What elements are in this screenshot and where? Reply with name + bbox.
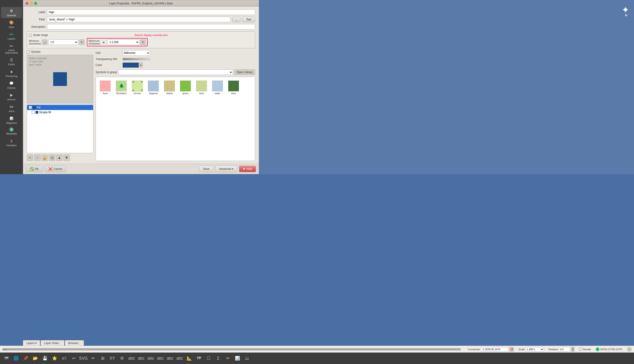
sidebar-item-labels-deprecated[interactable]: abc Labels(deprecated) [1,42,22,56]
sidebar-item-variables[interactable]: χ Variables [1,137,22,148]
sidebar-item-actions[interactable]: ▶ Actions [1,91,22,102]
layer-order-tab[interactable]: Layer Order... [40,340,64,346]
symbol-checkbox[interactable] [27,50,30,54]
color-dropdown-button[interactable]: ▾ [139,62,143,68]
toolbar-label5-btn[interactable]: abc [166,354,174,362]
toolbar-select-btn[interactable]: ⊞ [98,354,107,362]
scale-select[interactable]: 1,000:1 [526,347,544,352]
toolbar-vector-btn[interactable]: ✏ [89,354,97,362]
sidebar-item-joins[interactable]: ⋈ Joins [1,103,22,114]
duplicate-layer-button[interactable]: ⊡ [49,154,55,161]
sidebar-item-general[interactable]: ⚙ General [1,7,22,18]
transparency-slider[interactable] [123,58,150,60]
toolbar-svg-btn[interactable]: SVG [79,354,88,362]
more-options-button[interactable]: ⋯ [627,347,632,352]
toolbar-chart-btn[interactable]: 📊 [233,354,242,362]
sidebar-item-display[interactable]: 💬 Display [1,79,22,90]
layers-tab[interactable]: Layers ▾ [23,340,40,346]
current-scale-min-btn[interactable]: ↖ [79,40,84,45]
layer-tree-fill-item[interactable]: Fill [27,105,93,110]
maximum-scale-select[interactable]: 1:1,000 [107,40,139,45]
toolbar-star-btn[interactable]: ⭐ [50,354,59,362]
color-swatch[interactable] [123,62,139,68]
add-layer-button[interactable]: + [27,154,33,161]
save-button[interactable]: Save [199,166,213,172]
toolbar-arrow-btn[interactable]: ↩ [70,354,78,362]
symbol-dotted[interactable]: dotted [161,78,178,97]
toolbar-pin-btn[interactable]: 📌 [22,354,30,362]
toolbar-label4-btn[interactable]: abc [156,354,164,362]
sidebar-item-style[interactable]: 🎨 Style [1,18,22,30]
toolbar-xy-btn[interactable]: XY [108,354,116,362]
layer-tree-simple-fill-item[interactable]: Simple fill [27,110,93,114]
symbol-water[interactable]: water [210,78,226,97]
toolbar-select2-btn[interactable]: ☐ [204,354,213,362]
scale-range-checkbox[interactable] [29,34,32,37]
toolbar-label-btn[interactable]: abc [128,354,136,362]
sidebar-item-diagrams[interactable]: 📊 Diagrams [1,114,22,126]
toolbar-tag-btn[interactable]: 🏷 [60,354,68,362]
rotation-up-btn[interactable]: ▲ [571,347,574,349]
rotation-input[interactable] [559,347,570,352]
help-button[interactable]: ✚ Help [239,166,256,172]
test-button[interactable]: Test [242,17,255,22]
toolbar-label3-btn[interactable]: abc [147,354,155,362]
description-input[interactable] [47,24,255,30]
coordinate-icon-btn[interactable]: 🎯 [509,347,514,352]
ok-button[interactable]: ✅ OK [26,166,43,172]
green-thumbnail [180,80,191,92]
open-library-button[interactable]: Open Library [234,70,255,75]
zoom-scale-max-icon[interactable]: ⊕ [101,40,106,45]
label-input[interactable] [47,10,255,15]
symbol-green[interactable]: green [178,78,194,97]
toolbar-sigma-btn[interactable]: Σ [214,354,222,362]
scroll-bar[interactable]: mm [2,348,461,350]
symbols-group-select[interactable] [118,70,233,75]
toolbar-pan-btn[interactable]: 🗺 [2,354,10,362]
advanced-button[interactable]: Advanced ▾ [215,166,238,172]
simple-fill-checkbox[interactable] [32,111,34,114]
toolbar-label2-btn[interactable]: abc [137,354,145,362]
maximize-button[interactable] [34,2,37,5]
corners-label: corners [134,92,141,95]
coordinate-input[interactable] [481,347,508,352]
filter-input[interactable] [47,17,230,22]
toolbar-web-btn[interactable]: 🌐 [12,354,20,362]
sidebar-item-metadata[interactable]: ℹ Metadata [1,126,22,136]
remove-layer-button[interactable]: − [34,154,40,161]
filter-ellipsis-button[interactable]: ... [232,17,240,22]
minimum-scale-select[interactable]: 1:5 [48,40,78,45]
sidebar-item-fields[interactable]: ☰ Fields [1,56,22,67]
toolbar-gear-btn[interactable]: ⚙ [118,354,126,362]
toolbar-map-btn[interactable]: 🗺 [195,354,203,362]
toolbar-open-btn[interactable]: 📂 [31,354,40,362]
lock-layer-button[interactable]: 🔒 [42,154,48,161]
rotation-down-btn[interactable]: ▼ [571,349,574,352]
toolbar-layer-btn[interactable]: 🗂 [243,354,251,362]
cancel-button[interactable]: ❌ Cancel [44,166,66,172]
symbol-land[interactable]: land [194,78,210,97]
symbol-woodland[interactable]: 🌲 Woodland [113,78,129,97]
current-scale-max-btn[interactable]: ↖ [140,40,146,45]
minimize-button[interactable] [30,2,33,5]
symbol-wine[interactable]: wine [226,78,242,97]
toolbar-save-btn[interactable]: 💾 [41,354,49,362]
toolbar-edit-btn[interactable]: ✏ [224,354,232,362]
fill-checkbox[interactable] [29,106,32,109]
symbol-corners[interactable]: corners [129,78,145,97]
move-layer-up-button[interactable]: ▲ [56,154,62,161]
unit-select[interactable]: Millimeter [123,50,150,56]
close-button[interactable] [26,2,28,5]
area-thumbnail [100,80,111,92]
symbol-diagonal[interactable]: diagonal [145,78,161,97]
browser-tab[interactable]: Browser... [65,340,84,346]
dialog-body: Label Filter ... Test Description Scale … [23,7,259,164]
symbol-area[interactable]: Area [97,78,113,97]
zoom-scale-icon[interactable]: 🔍− [42,40,48,45]
sidebar-item-rendering[interactable]: ◈ Rendering [1,68,22,79]
toolbar-label6-btn[interactable]: abc [176,354,184,362]
sidebar-item-labels[interactable]: abc Labels [1,30,22,42]
toolbar-measure-btn[interactable]: 📐 [185,354,194,362]
move-layer-down-button[interactable]: ▼ [64,154,70,161]
render-checkbox[interactable] [579,348,582,351]
